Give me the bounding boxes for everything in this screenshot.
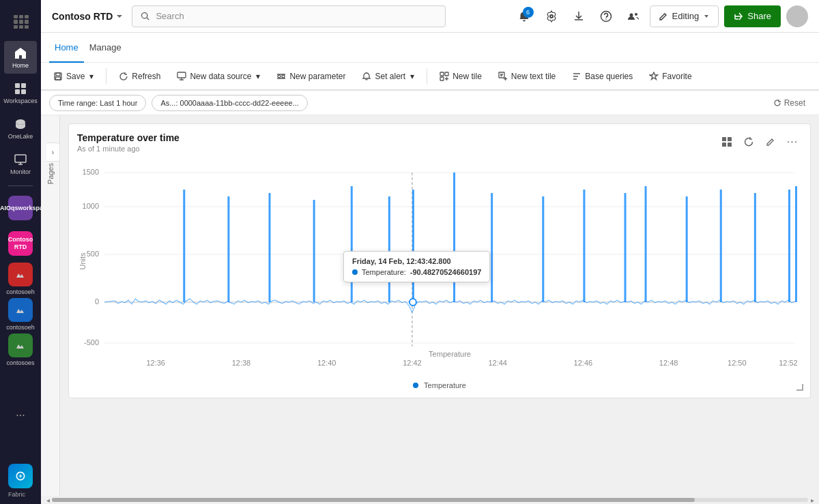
sidebar-item-contoso-rtd[interactable]: ContosoRTD <box>4 227 37 260</box>
tab-home[interactable]: Home <box>49 33 84 63</box>
svg-rect-2 <box>15 89 20 94</box>
refresh-button[interactable]: Refresh <box>112 67 167 86</box>
svg-rect-61 <box>754 193 756 302</box>
svg-rect-23 <box>728 143 732 147</box>
editing-button[interactable]: Editing <box>650 5 719 27</box>
chart-title: Temperature over time <box>77 132 179 143</box>
svg-rect-52 <box>412 190 414 302</box>
new-parameter-button[interactable]: New parameter <box>270 67 352 86</box>
svg-text:Units: Units <box>78 252 87 270</box>
svg-rect-16 <box>440 72 444 76</box>
svg-rect-58 <box>645 186 647 302</box>
scroll-left-button[interactable]: ◂ <box>44 496 52 504</box>
sidebar-item-workspaces[interactable]: Workspaces <box>4 76 37 109</box>
base-queries-button[interactable]: Base queries <box>565 67 640 86</box>
sidebar-more-button[interactable]: ··· <box>10 404 30 427</box>
tile-resize-handle[interactable] <box>796 384 805 392</box>
svg-rect-53 <box>453 173 455 302</box>
svg-text:12:36: 12:36 <box>146 359 165 367</box>
svg-point-9 <box>635 13 637 16</box>
sidebar-item-monitor[interactable]: Monitor <box>4 147 37 180</box>
notification-badge: 6 <box>523 7 534 18</box>
temperature-chart-tile: Temperature over time As of 1 minute ago <box>68 123 811 398</box>
svg-point-15 <box>282 75 285 78</box>
new-data-source-button[interactable]: New data source ▾ <box>170 67 267 86</box>
svg-text:12:42: 12:42 <box>403 359 422 367</box>
svg-rect-49 <box>313 200 315 302</box>
notifications-button[interactable]: 6 <box>513 5 535 27</box>
chart-area: 1500 1000 500 0 -500 Units <box>77 155 802 376</box>
svg-rect-56 <box>583 190 585 302</box>
svg-rect-0 <box>15 83 20 88</box>
scrollbar-thumb[interactable] <box>52 498 695 502</box>
svg-rect-18 <box>440 77 444 80</box>
svg-point-8 <box>629 13 633 16</box>
sidebar-item-contosoes[interactable]: contosoes <box>4 333 37 366</box>
svg-rect-63 <box>795 186 797 302</box>
pages-label[interactable]: Pages <box>46 163 55 184</box>
sidebar-item-fabric[interactable]: Fabric <box>8 464 33 499</box>
scroll-right-button[interactable]: ▸ <box>808 496 816 504</box>
chart-grid-button[interactable] <box>717 132 736 151</box>
svg-text:12:52: 12:52 <box>779 359 798 367</box>
sidebar-item-onelake[interactable]: OneLake <box>4 112 37 145</box>
topbar-right: 6 <box>513 5 808 27</box>
tab-manage[interactable]: Manage <box>84 33 127 63</box>
horizontal-scrollbar[interactable]: ◂ ▸ <box>41 496 819 504</box>
user-avatar[interactable] <box>786 5 808 27</box>
chart-tile-actions: ··· <box>717 132 802 151</box>
chart-svg: 1500 1000 500 0 -500 Units <box>77 155 802 374</box>
pages-expand-button[interactable]: › <box>46 143 60 162</box>
set-alert-button[interactable]: Set alert ▾ <box>355 67 421 86</box>
workspace-name[interactable]: Contoso RTD <box>52 11 124 22</box>
svg-text:12:50: 12:50 <box>728 359 747 367</box>
dashboard-canvas: Temperature over time As of 1 minute ago <box>60 115 819 496</box>
svg-text:500: 500 <box>87 250 99 258</box>
chart-refresh-button[interactable] <box>739 132 758 151</box>
sidebar-item-myai[interactable]: myAIOqsworkspace <box>4 192 37 224</box>
filter-bar: Time range: Last 1 hour As...: 0000aaaa-… <box>41 91 819 115</box>
new-tile-button[interactable]: New tile <box>433 67 489 86</box>
app-grid-button[interactable] <box>4 5 37 38</box>
settings-button[interactable] <box>541 5 562 27</box>
svg-rect-54 <box>491 193 493 302</box>
legend-label-temperature: Temperature <box>424 381 466 389</box>
svg-rect-20 <box>722 137 726 141</box>
chart-more-button[interactable]: ··· <box>783 132 802 151</box>
left-sidebar: Home Workspaces OneLake Monitor myAIOqsw… <box>0 0 41 504</box>
svg-text:12:40: 12:40 <box>317 359 336 367</box>
save-button[interactable]: Save ▾ <box>46 67 100 86</box>
favorite-button[interactable]: Favorite <box>642 67 698 86</box>
download-button[interactable] <box>568 5 590 27</box>
svg-rect-60 <box>720 190 722 302</box>
svg-rect-22 <box>722 143 726 147</box>
svg-rect-17 <box>445 72 448 76</box>
share-button[interactable]: Share <box>724 5 781 27</box>
content-area: › Pages Temperature over time As of 1 mi… <box>41 115 819 496</box>
svg-rect-46 <box>183 190 185 302</box>
svg-text:Temperature: Temperature <box>429 350 471 358</box>
new-text-tile-button[interactable]: New text tile <box>491 67 562 86</box>
search-placeholder: Search <box>156 11 184 21</box>
chart-edit-button[interactable] <box>761 132 780 151</box>
sidebar-item-home[interactable]: Home <box>4 41 37 74</box>
share-people-button[interactable] <box>622 5 644 27</box>
scrollbar-track[interactable] <box>52 498 808 502</box>
svg-rect-21 <box>728 137 732 141</box>
search-bar[interactable]: Search <box>132 5 446 27</box>
svg-point-64 <box>410 299 416 306</box>
help-button[interactable] <box>595 5 617 27</box>
main-content: Contoso RTD Search 6 <box>41 0 819 504</box>
svg-rect-57 <box>624 193 627 302</box>
reset-button[interactable]: Reset <box>768 95 811 111</box>
svg-rect-47 <box>227 196 229 302</box>
alias-filter[interactable]: As...: 0000aaaa-11bb-cccc-dd22-eeeee... <box>152 95 307 111</box>
time-range-filter[interactable]: Time range: Last 1 hour <box>49 95 146 111</box>
sidebar-item-contosoeh1[interactable]: contosoeh <box>4 263 37 295</box>
svg-point-14 <box>278 75 281 78</box>
svg-text:12:44: 12:44 <box>488 359 507 367</box>
sidebar-item-contosoeh2[interactable]: contosoeh <box>4 298 37 331</box>
svg-rect-11 <box>56 73 60 76</box>
svg-text:0: 0 <box>95 297 99 306</box>
svg-rect-19 <box>499 72 504 78</box>
